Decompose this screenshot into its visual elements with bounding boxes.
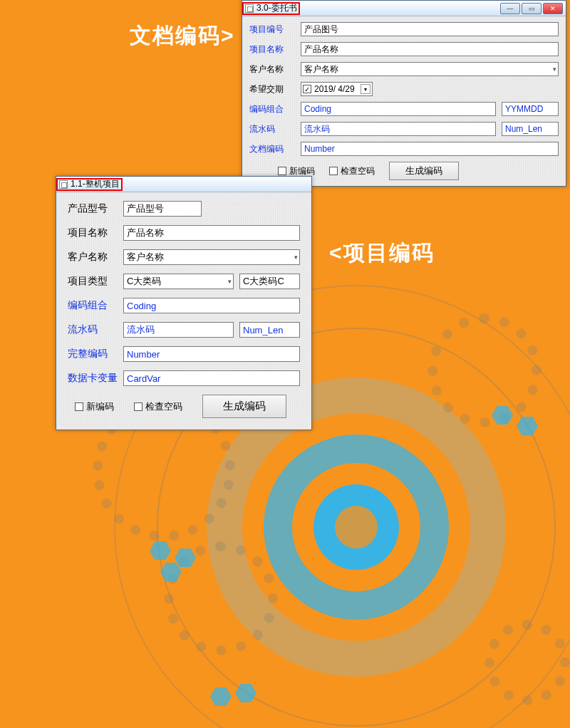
input-card-var[interactable]: CardVar <box>123 370 300 386</box>
select-customer-value: 客户名称 <box>127 251 164 264</box>
input-project-name[interactable]: 产品名称 <box>301 42 559 56</box>
app-icon <box>59 180 68 189</box>
annotation-project-code: <项目编码 <box>329 239 435 268</box>
app-icon <box>245 4 254 13</box>
select-customer[interactable]: 客户名称 ▾ <box>123 249 300 265</box>
window-commission: 3.0-委托书 — ▭ ✕ 项目编号 产品图号 项目名称 产品名称 客户名称 客… <box>242 0 566 187</box>
input-code-format[interactable]: YYMMDD <box>502 102 559 116</box>
close-button[interactable]: ✕ <box>543 3 563 14</box>
input-product-model[interactable]: 产品型号 <box>123 201 202 217</box>
label-code-combo: 编码组合 <box>68 299 118 312</box>
label-due-date: 希望交期 <box>249 83 295 95</box>
checkbox-check-blank[interactable]: 检查空码 <box>329 165 375 177</box>
window-project: 1.1-整机项目 产品型号 产品型号 项目名称 产品名称 客户名称 客户名称 ▾… <box>56 176 312 430</box>
label-project-no: 项目编号 <box>249 24 295 36</box>
label-doc-code: 文档编码 <box>249 143 295 155</box>
input-serial[interactable]: 流水码 <box>123 322 234 338</box>
checkbox-icon <box>134 402 142 411</box>
input-project-name[interactable]: 产品名称 <box>123 225 300 241</box>
chevron-down-icon: ▾ <box>553 66 556 73</box>
chevron-down-icon: ▾ <box>294 254 298 261</box>
select-project-type-c-value: C大类码C <box>243 275 284 288</box>
label-serial: 流水码 <box>68 323 118 336</box>
generate-code-button[interactable]: 生成编码 <box>202 395 286 418</box>
input-project-no[interactable]: 产品图号 <box>301 22 559 36</box>
label-code-combo: 编码组合 <box>249 103 295 115</box>
label-full-code: 完整编码 <box>68 348 118 360</box>
chevron-down-icon[interactable]: ▾ <box>361 84 370 94</box>
input-full-code[interactable]: Number <box>123 346 300 362</box>
date-enable-checkbox[interactable]: ✓ <box>303 85 311 93</box>
checkbox-icon <box>75 402 83 411</box>
checkbox-new-code-label: 新编码 <box>86 400 114 413</box>
select-project-type-c[interactable]: C大类码C <box>239 274 300 289</box>
generate-code-button[interactable]: 生成编码 <box>389 162 459 180</box>
checkbox-check-blank-label: 检查空码 <box>341 165 375 177</box>
input-doc-code[interactable]: Number <box>301 142 559 156</box>
annotation-doc-code: 文档编码> <box>130 21 235 51</box>
checkbox-check-blank-label: 检查空码 <box>145 400 182 413</box>
label-customer: 客户名称 <box>249 63 295 76</box>
date-picker[interactable]: ✓ 2019/ 4/29 ▾ <box>301 82 373 96</box>
label-customer: 客户名称 <box>68 251 118 264</box>
label-project-name: 项目名称 <box>249 43 295 56</box>
checkbox-new-code[interactable]: 新编码 <box>278 165 315 177</box>
checkbox-icon <box>278 167 286 175</box>
label-serial: 流水码 <box>249 123 295 135</box>
checkbox-icon <box>329 167 338 175</box>
label-card-var: 数据卡变量 <box>68 372 118 385</box>
input-code-combo[interactable]: Coding <box>301 102 496 116</box>
input-code-combo[interactable]: Coding <box>123 298 300 313</box>
checkbox-new-code[interactable]: 新编码 <box>75 400 114 413</box>
input-serial-len[interactable]: Num_Len <box>239 322 300 338</box>
input-serial[interactable]: 流水码 <box>301 122 496 136</box>
window-title: 1.1-整机项目 <box>71 178 120 190</box>
date-value: 2019/ 4/29 <box>314 84 355 94</box>
select-customer-value: 客户名称 <box>304 63 338 76</box>
maximize-button[interactable]: ▭ <box>522 3 542 14</box>
checkbox-check-blank[interactable]: 检查空码 <box>134 400 182 413</box>
input-serial-len[interactable]: Num_Len <box>502 122 559 136</box>
select-project-type[interactable]: C大类码 ▾ <box>123 274 234 289</box>
minimize-button[interactable]: — <box>500 3 520 14</box>
label-product-model: 产品型号 <box>68 202 118 215</box>
titlebar[interactable]: 3.0-委托书 — ▭ ✕ <box>242 1 566 16</box>
select-project-type-value: C大类码 <box>127 275 161 288</box>
window-title: 3.0-委托书 <box>256 2 297 14</box>
titlebar[interactable]: 1.1-整机项目 <box>56 177 311 192</box>
label-project-type: 项目类型 <box>68 275 118 288</box>
checkbox-new-code-label: 新编码 <box>289 165 315 177</box>
select-customer[interactable]: 客户名称 ▾ <box>301 62 559 76</box>
label-project-name: 项目名称 <box>68 227 118 239</box>
chevron-down-icon: ▾ <box>228 278 232 285</box>
